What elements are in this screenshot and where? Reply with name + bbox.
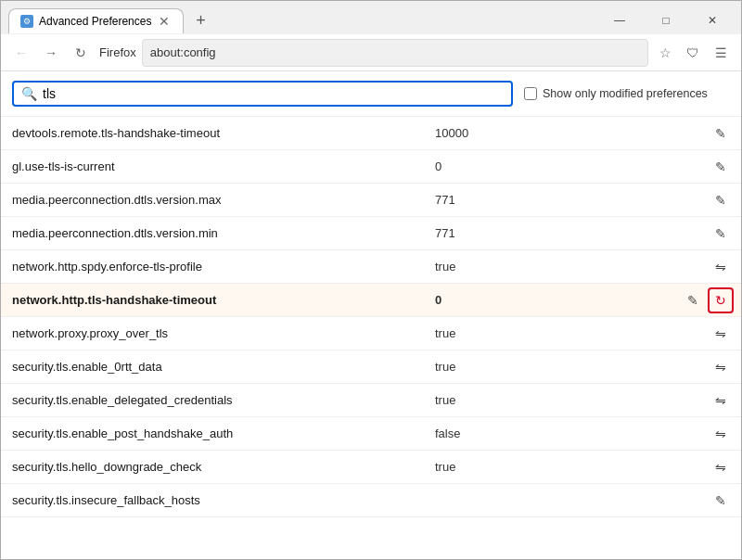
table-row: security.tls.hello_downgrade_checktrue⇋ [1,451,741,484]
toggle-button[interactable]: ⇋ [708,354,734,380]
table-row: devtools.remote.tls-handshake-timeout100… [1,117,741,150]
pref-actions: ⇋ [676,321,741,347]
pref-name: security.tls.enable_delegated_credential… [1,388,428,413]
pref-value: true [428,454,676,479]
pref-value: true [428,321,676,346]
pref-actions: ⇋ [676,421,741,447]
tab-close-button[interactable]: ✕ [157,15,172,28]
pref-value: 0 [428,154,676,179]
toggle-button[interactable]: ⇋ [708,421,734,447]
toggle-button[interactable]: ⇋ [708,254,734,280]
edit-button[interactable]: ✎ [708,187,734,213]
shield-button[interactable]: 🛡 [680,40,706,66]
pref-value: true [428,354,676,379]
modified-checkbox[interactable] [524,87,537,100]
active-tab[interactable]: ⚙ Advanced Preferences ✕ [8,8,184,33]
table-row: network.http.spdy.enforce-tls-profiletru… [1,250,741,284]
content-area: 🔍 Show only modified preferences devtool… [1,71,741,559]
table-row: security.tls.insecure_fallback_hosts✎ [1,484,741,517]
table-row: security.tls.enable_0rtt_datatrue⇋ [1,350,741,384]
pref-actions: ⇋ [676,454,741,480]
pref-value: 771 [428,187,676,212]
table-row: network.http.tls-handshake-timeout0✎↻ [1,284,741,317]
pref-name: security.tls.enable_0rtt_data [1,354,428,379]
minimize-button[interactable]: — [598,6,641,34]
close-button[interactable]: ✕ [691,6,734,34]
pref-name: security.tls.hello_downgrade_check [1,454,428,479]
menu-button[interactable]: ☰ [708,40,734,66]
pref-actions: ✎ [676,187,741,213]
pref-value [428,495,676,506]
pref-name: devtools.remote.tls-handshake-timeout [1,121,428,146]
pref-name: security.tls.insecure_fallback_hosts [1,488,428,513]
search-input-wrapper: 🔍 [12,81,513,107]
reset-button[interactable]: ↻ [708,287,734,313]
search-input[interactable] [43,86,504,101]
pref-actions: ✎ [676,221,741,247]
pref-actions: ✎ [676,154,741,180]
pref-name: network.http.tls-handshake-timeout [1,287,428,312]
pref-value: true [428,388,676,413]
edit-button[interactable]: ✎ [680,287,706,313]
pref-actions: ✎ [676,488,741,514]
pref-name: gl.use-tls-is-current [1,154,428,179]
address-text: about:config [150,45,216,59]
table-row: gl.use-tls-is-current0✎ [1,150,741,184]
pref-actions: ✎ [676,121,741,146]
pref-name: network.proxy.proxy_over_tls [1,321,428,346]
pref-actions: ⇋ [676,388,741,414]
new-tab-button[interactable]: + [187,7,213,33]
table-row: media.peerconnection.dtls.version.min771… [1,217,741,250]
edit-button[interactable]: ✎ [708,154,734,180]
back-button[interactable]: ← [8,40,34,66]
bookmark-button[interactable]: ☆ [652,40,678,66]
search-bar: 🔍 Show only modified preferences [1,71,741,117]
maximize-button[interactable]: □ [645,6,687,34]
nav-right-icons: ☆ 🛡 ☰ [652,40,734,66]
tab-favicon-icon: ⚙ [20,15,33,28]
pref-actions: ✎↻ [676,287,741,313]
toggle-button[interactable]: ⇋ [708,454,734,480]
tab-area: ⚙ Advanced Preferences ✕ + [8,7,598,33]
pref-name: network.http.spdy.enforce-tls-profile [1,254,428,279]
preferences-list: devtools.remote.tls-handshake-timeout100… [1,117,741,517]
table-row: network.proxy.proxy_over_tlstrue⇋ [1,317,741,350]
table-row: security.tls.enable_delegated_credential… [1,384,741,417]
search-icon: 🔍 [21,86,37,101]
firefox-label: Firefox [99,45,136,59]
pref-value: 0 [428,287,676,312]
pref-value: false [428,421,676,446]
table-row: media.peerconnection.dtls.version.max771… [1,184,741,217]
nav-bar: ← → ↻ Firefox about:config ☆ 🛡 ☰ [1,34,741,71]
forward-button[interactable]: → [38,40,64,66]
toggle-button[interactable]: ⇋ [708,388,734,414]
address-bar[interactable]: about:config [142,39,648,67]
edit-button[interactable]: ✎ [708,488,734,514]
pref-value: 771 [428,221,676,246]
pref-name: security.tls.enable_post_handshake_auth [1,421,428,446]
edit-button[interactable]: ✎ [708,121,734,146]
pref-actions: ⇋ [676,354,741,380]
refresh-button[interactable]: ↻ [68,40,94,66]
edit-button[interactable]: ✎ [708,221,734,247]
pref-value: 10000 [428,121,676,146]
modified-label: Show only modified preferences [543,87,708,100]
table-row: security.tls.enable_post_handshake_authf… [1,417,741,451]
window-controls: — □ ✕ [598,6,734,34]
pref-name: media.peerconnection.dtls.version.min [1,221,428,246]
pref-name: media.peerconnection.dtls.version.max [1,187,428,212]
pref-actions: ⇋ [676,254,741,280]
modified-filter-area: Show only modified preferences [524,87,708,100]
tab-title: Advanced Preferences [39,15,151,28]
title-bar: ⚙ Advanced Preferences ✕ + — □ ✕ [1,1,741,34]
toggle-button[interactable]: ⇋ [708,321,734,347]
pref-value: true [428,254,676,279]
